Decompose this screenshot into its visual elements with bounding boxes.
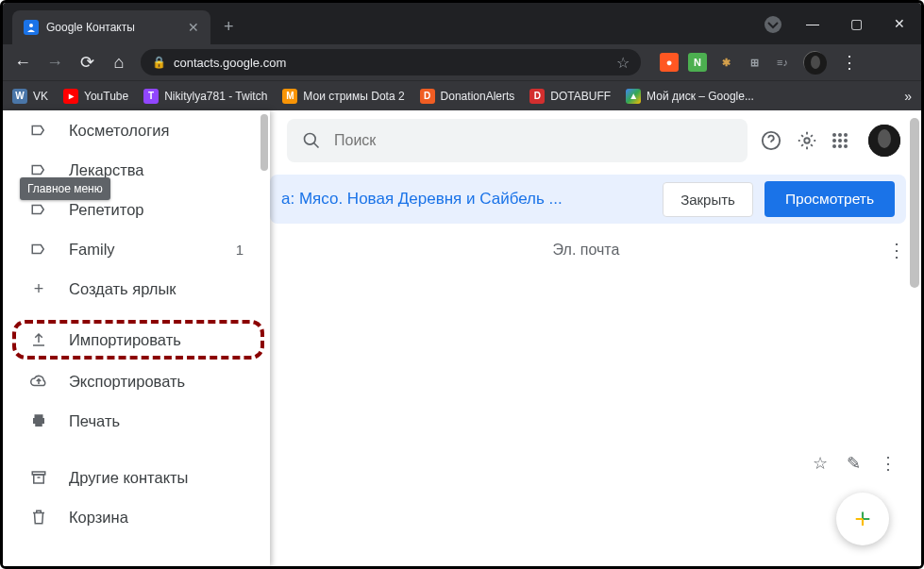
bookmark-icon: T xyxy=(143,89,159,104)
svg-point-9 xyxy=(878,129,891,148)
bookmark-item[interactable]: TNikitylya781 - Twitch xyxy=(143,89,267,104)
omnibox[interactable]: 🔒 contacts.google.com ☆ xyxy=(141,49,641,75)
print-icon xyxy=(29,412,48,429)
star-icon[interactable]: ☆ xyxy=(813,453,828,474)
cloud-upload-icon xyxy=(29,373,48,390)
bookmark-item[interactable]: ▸YouTube xyxy=(63,89,128,104)
tooltip: Главное меню xyxy=(20,177,110,200)
sidebar-other-contacts[interactable]: Другие контакты xyxy=(3,458,270,497)
trash-icon xyxy=(29,509,48,526)
sidebar-item-count: 1 xyxy=(236,242,244,258)
profile-avatar[interactable] xyxy=(803,51,826,74)
sidebar-item-label: Лекарства xyxy=(69,161,253,179)
bookmark-item[interactable]: ▲Мой диск – Google... xyxy=(626,89,754,104)
bookmark-label: DonationAlerts xyxy=(441,90,515,103)
bookmark-label: YouTube xyxy=(84,90,128,103)
sidebar-item-label: Импортировать xyxy=(69,331,244,349)
svg-rect-4 xyxy=(34,475,44,483)
sidebar-label-item[interactable]: Косметология xyxy=(3,110,270,150)
row-menu-icon[interactable]: ⋮ xyxy=(880,453,897,474)
label-icon xyxy=(29,161,48,178)
tab-title: Google Контакты xyxy=(46,21,180,34)
nav-forward-button[interactable]: → xyxy=(44,53,65,73)
bookmark-icon: ▲ xyxy=(626,89,641,104)
svg-point-5 xyxy=(305,134,316,145)
bookmark-item[interactable]: WVK xyxy=(12,89,48,104)
browser-tab[interactable]: Google Контакты ✕ xyxy=(12,10,210,44)
notification-banner: а: Мясо. Новая Деревня и Сайбель ... Зак… xyxy=(270,175,906,224)
bookmark-icon: D xyxy=(529,89,545,104)
sidebar-item-label: Репетитор xyxy=(69,201,253,219)
tab-indicator-icon[interactable] xyxy=(764,16,781,33)
search-icon xyxy=(302,131,321,150)
sidebar-item-label: Корзина xyxy=(69,509,253,527)
settings-gear-icon[interactable] xyxy=(797,130,819,151)
window-titlebar: Google Контакты ✕ + ― ▢ ✕ xyxy=(3,3,921,44)
archive-icon xyxy=(29,469,48,486)
svg-point-2 xyxy=(811,56,820,69)
plus-multicolor-icon: + xyxy=(854,503,871,535)
svg-point-7 xyxy=(804,138,810,143)
page-content: Косметология Лекарства Главное меню Репе… xyxy=(3,110,921,566)
sidebar-print[interactable]: Печать xyxy=(3,401,270,441)
extension-icon[interactable]: ● xyxy=(660,53,679,72)
window-close-button[interactable]: ✕ xyxy=(878,8,921,39)
sidebar: Косметология Лекарства Главное меню Репе… xyxy=(3,110,270,566)
apps-grid-icon[interactable] xyxy=(832,133,855,148)
lock-icon: 🔒 xyxy=(152,56,166,69)
main-panel: а: Мясо. Новая Деревня и Сайбель ... Зак… xyxy=(270,110,921,566)
nav-reload-button[interactable]: ⟳ xyxy=(76,52,97,73)
column-menu-button[interactable]: ⋮ xyxy=(887,239,906,261)
extension-icon[interactable]: ≡♪ xyxy=(773,53,792,72)
nav-back-button[interactable]: ← xyxy=(12,53,33,73)
upload-icon xyxy=(29,331,48,348)
sidebar-item-label: Создать ярлык xyxy=(69,280,253,298)
account-avatar[interactable] xyxy=(868,125,900,157)
extension-icon[interactable]: ⊞ xyxy=(745,53,764,72)
edit-pencil-icon[interactable]: ✎ xyxy=(847,453,861,474)
bookmark-icon: D xyxy=(420,89,435,104)
sidebar-item-label: Другие контакты xyxy=(69,469,253,487)
address-bar: ← → ⟳ ⌂ 🔒 contacts.google.com ☆ ● N ✱ ⊞ … xyxy=(3,44,921,80)
window-maximize-button[interactable]: ▢ xyxy=(834,8,878,39)
search-input[interactable] xyxy=(334,132,732,149)
sidebar-export[interactable]: Экспортировать xyxy=(3,361,270,401)
tab-close-icon[interactable]: ✕ xyxy=(188,20,199,35)
bookmarks-overflow-button[interactable]: » xyxy=(904,89,912,104)
row-hover-actions: ☆ ✎ ⋮ xyxy=(813,453,897,474)
extension-icon[interactable]: N xyxy=(688,53,707,72)
bookmark-item[interactable]: DDonationAlerts xyxy=(420,89,515,104)
extension-icon[interactable]: ✱ xyxy=(716,53,735,72)
sidebar-item-label: Косметология xyxy=(69,122,253,140)
contacts-favicon xyxy=(24,20,39,35)
banner-close-button[interactable]: Закрыть xyxy=(663,182,753,217)
bookmark-icon: ▸ xyxy=(63,89,78,104)
main-scrollbar[interactable] xyxy=(910,118,919,288)
sidebar-scrollbar[interactable] xyxy=(260,114,268,171)
search-box[interactable] xyxy=(287,119,748,162)
bookmark-star-icon[interactable]: ☆ xyxy=(616,54,630,72)
nav-home-button[interactable]: ⌂ xyxy=(109,53,129,73)
bookmark-item[interactable]: MМои стримы Dota 2 xyxy=(282,89,404,104)
sidebar-import[interactable]: Импортировать xyxy=(12,320,264,360)
banner-text: а: Мясо. Новая Деревня и Сайбель ... xyxy=(281,190,651,209)
create-contact-fab[interactable]: + xyxy=(836,493,889,545)
new-tab-button[interactable]: + xyxy=(224,17,234,37)
window-minimize-button[interactable]: ― xyxy=(791,8,834,39)
bookmark-icon: M xyxy=(282,89,297,104)
sidebar-item-label: Печать xyxy=(69,412,253,430)
banner-view-button[interactable]: Просмотреть xyxy=(764,181,895,217)
help-icon[interactable] xyxy=(761,130,783,151)
bookmark-label: VK xyxy=(33,90,48,103)
sidebar-label-item[interactable]: Family 1 xyxy=(3,229,270,269)
bookmark-label: Мой диск – Google... xyxy=(647,90,754,103)
plus-icon: + xyxy=(29,279,48,299)
sidebar-item-label: Экспортировать xyxy=(69,373,253,391)
svg-point-0 xyxy=(29,24,33,27)
sidebar-trash[interactable]: Корзина xyxy=(3,497,270,537)
list-column-header: Эл. почта ⋮ xyxy=(270,224,921,276)
bookmark-item[interactable]: DDOTABUFF xyxy=(529,89,611,104)
label-icon xyxy=(29,201,48,218)
sidebar-create-label[interactable]: + Создать ярлык xyxy=(3,269,270,309)
browser-menu-button[interactable]: ⋮ xyxy=(841,52,858,73)
